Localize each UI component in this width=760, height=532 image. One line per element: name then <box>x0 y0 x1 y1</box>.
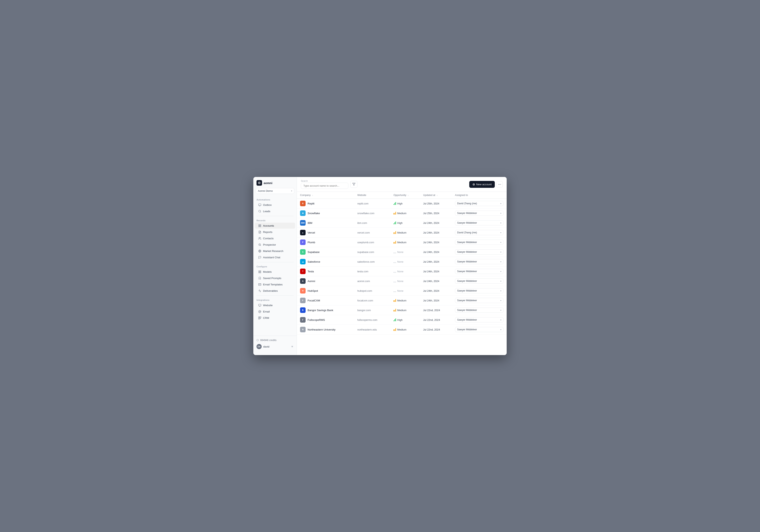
sidebar-item-crm-label: CRM <box>263 316 269 319</box>
cell-assigned-6[interactable]: Sawyer Middeleer ▾ <box>452 257 507 266</box>
cell-assigned-9[interactable]: Sawyer Middeleer ▾ <box>452 286 507 296</box>
cell-assigned-7[interactable]: Sawyer Middeleer ▾ <box>452 266 507 276</box>
sidebar-item-assistant-chat[interactable]: Assistant Chat <box>255 254 295 260</box>
column-company[interactable]: Company ↓ <box>297 192 354 199</box>
company-name-2: IBM <box>308 221 312 224</box>
assignee-dropdown-5[interactable]: Sawyer Middeleer ▾ <box>455 249 503 255</box>
models-icon <box>258 270 261 273</box>
cell-company-3[interactable]: ▲ Vercel <box>297 228 354 237</box>
sidebar-item-saved-prompts[interactable]: Saved Prompts <box>255 275 295 281</box>
workspace-selector[interactable]: Aomni Demo ▾ <box>256 188 294 194</box>
cell-assigned-5[interactable]: Sawyer Middeleer ▾ <box>452 247 507 257</box>
sidebar-item-prospector[interactable]: Prospector <box>255 242 295 248</box>
opportunity-bars <box>394 251 396 253</box>
assignee-dropdown-13[interactable]: Sawyer Middeleer ▾ <box>455 327 503 332</box>
opportunity-label-2: High <box>397 221 403 224</box>
assignee-name-11: Sawyer Middeleer <box>457 309 477 312</box>
sidebar-item-deliverables[interactable]: Deliverables <box>255 288 295 294</box>
assignee-dropdown-0[interactable]: David Zhang (me) ▾ <box>455 201 503 206</box>
new-account-label: New account <box>476 183 492 186</box>
workspace-name: Aomni Demo <box>258 189 273 192</box>
user-row[interactable]: DA david ☀ <box>253 343 297 350</box>
cell-company-11[interactable]: B Bangor Savings Bank <box>297 305 354 315</box>
assignee-dropdown-12[interactable]: Sawyer Middeleer ▾ <box>455 317 503 322</box>
assignee-dropdown-7[interactable]: Sawyer Middeleer ▾ <box>455 269 503 274</box>
new-account-button[interactable]: ⊕ New account <box>469 181 495 188</box>
sidebar-item-email[interactable]: Email <box>255 309 295 314</box>
cell-assigned-3[interactable]: David Zhang (me) ▾ <box>452 228 507 237</box>
assignee-dropdown-10[interactable]: Sawyer Middeleer ▾ <box>455 298 503 303</box>
assignee-dropdown-3[interactable]: David Zhang (me) ▾ <box>455 230 503 235</box>
cell-assigned-8[interactable]: Sawyer Middeleer ▾ <box>452 276 507 286</box>
sidebar-item-email-templates[interactable]: Email Templates <box>255 281 295 287</box>
table-row: IBM IBM ibm.com High Jul 24th, 2024 Sawy… <box>297 218 507 228</box>
assignee-dropdown-2[interactable]: Sawyer Middeleer ▾ <box>455 220 503 225</box>
cell-company-9[interactable]: H HubSpot <box>297 286 354 296</box>
cell-company-10[interactable]: F FocalCXM <box>297 296 354 305</box>
cell-assigned-2[interactable]: Sawyer Middeleer ▾ <box>452 218 507 228</box>
sidebar-item-reports[interactable]: Reports <box>255 229 295 235</box>
sidebar-item-models[interactable]: Models <box>255 269 295 275</box>
cell-company-2[interactable]: IBM IBM <box>297 218 354 228</box>
svg-rect-2 <box>259 204 261 206</box>
chevron-icon-12: ▾ <box>500 319 501 321</box>
cell-company-12[interactable]: F FullscopeRMS <box>297 315 354 325</box>
crm-icon <box>258 316 261 319</box>
assignee-dropdown-1[interactable]: Sawyer Middeleer ▾ <box>455 211 503 216</box>
assignee-dropdown-6[interactable]: Sawyer Middeleer ▾ <box>455 259 503 264</box>
sidebar-item-prospector-label: Prospector <box>263 243 276 246</box>
assignee-dropdown-8[interactable]: Sawyer Middeleer ▾ <box>455 278 503 284</box>
cell-company-6[interactable]: ☁ Salesforce <box>297 257 354 266</box>
table-row: A Aomni aomni.com None Jul 24th, 2024 Sa… <box>297 276 507 286</box>
column-opportunity[interactable]: Opportunity ↓ <box>390 192 420 199</box>
filter-button[interactable] <box>350 181 357 188</box>
logo-icon <box>257 180 262 186</box>
cell-assigned-4[interactable]: Sawyer Middeleer ▾ <box>452 237 507 247</box>
assignee-name-8: Sawyer Middeleer <box>457 280 477 282</box>
svg-rect-23 <box>260 317 261 318</box>
table-row: N Northeastern University northeastern.e… <box>297 325 507 334</box>
more-options-button[interactable]: ⋯ <box>497 181 503 187</box>
company-logo-6: ☁ <box>300 259 306 265</box>
deliverables-icon <box>258 289 261 292</box>
cell-company-8[interactable]: A Aomni <box>297 276 354 286</box>
cell-updated-13: Jul 22nd, 2024 <box>420 325 452 334</box>
search-input[interactable] <box>301 183 348 189</box>
cell-assigned-1[interactable]: Sawyer Middeleer ▾ <box>452 209 507 218</box>
cell-company-0[interactable]: R Replit <box>297 199 354 209</box>
cell-assigned-13[interactable]: Sawyer Middeleer ▾ <box>452 325 507 334</box>
cell-assigned-12[interactable]: Sawyer Middeleer ▾ <box>452 315 507 325</box>
sidebar-item-outbox[interactable]: Outbox <box>255 202 295 208</box>
chevron-icon-7: ▾ <box>500 270 501 272</box>
cell-assigned-0[interactable]: David Zhang (me) ▾ <box>452 199 507 209</box>
cell-company-13[interactable]: N Northeastern University <box>297 325 354 334</box>
sidebar-item-accounts[interactable]: Accounts <box>255 223 295 229</box>
theme-toggle-icon[interactable]: ☀ <box>291 345 294 348</box>
sidebar-item-website[interactable]: Website <box>255 302 295 308</box>
sidebar-bottom: ⬡ 884946 credits DA david ☀ <box>253 336 297 352</box>
app-window: aomni Aomni Demo ▾ Automations Outbox Le… <box>253 177 507 355</box>
sidebar-item-crm[interactable]: CRM <box>255 315 295 321</box>
search-container: Search <box>301 180 348 189</box>
outbox-icon <box>258 203 261 207</box>
cell-assigned-11[interactable]: Sawyer Middeleer ▾ <box>452 305 507 315</box>
assignee-dropdown-4[interactable]: Sawyer Middeleer ▾ <box>455 240 503 245</box>
cell-company-7[interactable]: T Tesla <box>297 266 354 276</box>
table-row: T Tesla tesla.com None Jul 24th, 2024 Sa… <box>297 266 507 276</box>
divider-1 <box>257 216 294 216</box>
cell-company-5[interactable]: S Supabase <box>297 247 354 257</box>
email-icon <box>258 310 261 313</box>
cell-company-4[interactable]: P Plumb <box>297 237 354 247</box>
company-logo-1: ❄ <box>300 211 306 216</box>
cell-company-1[interactable]: ❄ Snowflake <box>297 209 354 218</box>
svg-rect-14 <box>259 270 259 271</box>
sidebar-item-contacts[interactable]: Contacts <box>255 235 295 241</box>
sidebar-item-leads[interactable]: Leads <box>255 208 295 214</box>
assignee-dropdown-9[interactable]: Sawyer Middeleer ▾ <box>455 288 503 293</box>
svg-point-1 <box>259 182 260 183</box>
cell-assigned-10[interactable]: Sawyer Middeleer ▾ <box>452 296 507 305</box>
assignee-dropdown-11[interactable]: Sawyer Middeleer ▾ <box>455 308 503 313</box>
column-updated[interactable]: Updated at ↓ <box>420 192 452 199</box>
table-body: R Replit replit.com High Jul 25th, 2024 … <box>297 199 507 334</box>
sidebar-item-market-research[interactable]: Market Research <box>255 248 295 254</box>
